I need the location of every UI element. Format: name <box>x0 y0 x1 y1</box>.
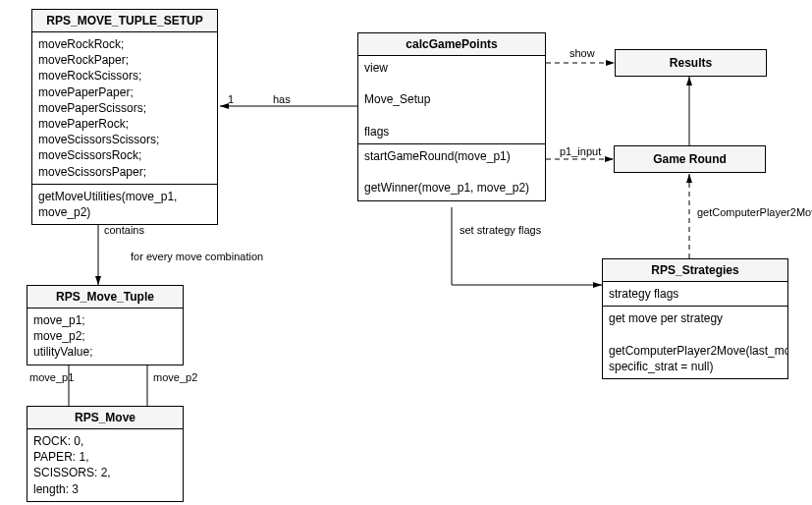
label-has: has <box>273 93 291 105</box>
class-calc-game-points: calcGamePoints view Move_Setup flags sta… <box>357 32 546 201</box>
class-methods: startGameRound(move_p1) getWinner(move_p… <box>358 144 545 200</box>
class-methods: getMoveUtilities(move_p1, move_p2) <box>32 185 217 224</box>
label-multiplicity-one: 1 <box>228 93 234 105</box>
class-attributes: view Move_Setup flags <box>358 56 545 144</box>
label-show: show <box>569 47 595 59</box>
class-title: Game Round <box>615 146 765 172</box>
class-attributes: strategy flags <box>603 282 787 307</box>
label-move-p2: move_p2 <box>153 371 197 383</box>
class-game-round: Game Round <box>614 145 766 173</box>
label-p1-input: p1_input <box>560 145 601 157</box>
class-results: Results <box>615 49 767 77</box>
class-title: RPS_Move_Tuple <box>27 286 183 309</box>
class-rps-move: RPS_Move ROCK: 0, PAPER: 1, SCISSORS: 2,… <box>27 406 184 502</box>
label-for-every: for every move combination <box>131 251 263 262</box>
class-rps-move-tuple-setup: RPS_MOVE_TUPLE_SETUP moveRockRock; moveR… <box>31 9 218 225</box>
class-title: Results <box>616 50 766 76</box>
class-title: calcGamePoints <box>358 33 545 56</box>
label-set-strategy-flags: set strategy flags <box>460 224 541 236</box>
class-rps-move-tuple: RPS_Move_Tuple move_p1; move_p2; utility… <box>27 285 184 365</box>
class-title: RPS_Move <box>27 407 183 429</box>
label-contains: contains <box>104 224 144 236</box>
class-attributes: moveRockRock; moveRockPaper; moveRockSci… <box>32 32 217 185</box>
class-title: RPS_Strategies <box>603 259 787 282</box>
label-move-p1: move_p1 <box>29 371 74 383</box>
label-get-computer-player2-move: getComputerPlayer2Move <box>697 206 812 218</box>
class-rps-strategies: RPS_Strategies strategy flags get move p… <box>602 258 788 379</box>
class-title: RPS_MOVE_TUPLE_SETUP <box>32 10 217 32</box>
class-methods: get move per strategy getComputerPlayer2… <box>603 307 787 378</box>
class-attributes: ROCK: 0, PAPER: 1, SCISSORS: 2, length: … <box>27 429 183 501</box>
class-attributes: move_p1; move_p2; utilityValue; <box>27 309 183 365</box>
